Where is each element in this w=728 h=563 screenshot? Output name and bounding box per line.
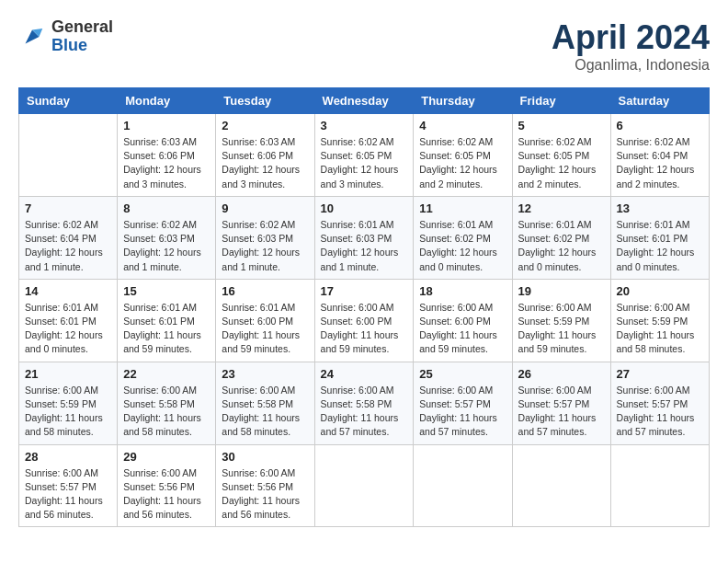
day-info: Sunrise: 6:00 AMSunset: 5:57 PMDaylight:… (617, 384, 703, 440)
calendar-cell: 1Sunrise: 6:03 AMSunset: 6:06 PMDaylight… (118, 114, 216, 197)
day-info: Sunrise: 6:00 AMSunset: 6:00 PMDaylight:… (321, 301, 408, 357)
day-number: 7 (25, 201, 111, 215)
calendar-cell: 28Sunrise: 6:00 AMSunset: 5:57 PMDayligh… (19, 444, 118, 527)
week-row-3: 21Sunrise: 6:00 AMSunset: 5:59 PMDayligh… (19, 362, 710, 444)
header-monday: Monday (118, 88, 216, 114)
day-info: Sunrise: 6:01 AMSunset: 6:00 PMDaylight:… (222, 301, 308, 357)
day-number: 28 (25, 450, 111, 464)
logo-text: General Blue (51, 18, 113, 55)
calendar-cell: 9Sunrise: 6:02 AMSunset: 6:03 PMDaylight… (216, 196, 314, 279)
calendar-cell: 13Sunrise: 6:01 AMSunset: 6:01 PMDayligh… (610, 196, 709, 279)
day-number: 12 (518, 201, 605, 215)
day-number: 5 (518, 119, 605, 132)
calendar-cell: 30Sunrise: 6:00 AMSunset: 5:56 PMDayligh… (216, 444, 314, 527)
day-info: Sunrise: 6:00 AMSunset: 5:58 PMDaylight:… (321, 384, 408, 440)
logo-blue-text: Blue (51, 37, 113, 55)
day-number: 16 (222, 284, 308, 298)
day-number: 25 (419, 367, 506, 381)
day-number: 11 (419, 201, 506, 215)
header-row: SundayMondayTuesdayWednesdayThursdayFrid… (19, 88, 710, 114)
day-number: 20 (617, 284, 703, 298)
calendar-cell: 14Sunrise: 6:01 AMSunset: 6:01 PMDayligh… (19, 279, 118, 362)
day-number: 22 (123, 367, 210, 381)
title-block: April 2024 Oganlima, Indonesia (552, 18, 710, 74)
day-info: Sunrise: 6:00 AMSunset: 5:57 PMDaylight:… (518, 384, 605, 440)
logo-bird-icon (18, 23, 46, 51)
calendar-cell: 22Sunrise: 6:00 AMSunset: 5:58 PMDayligh… (118, 362, 216, 444)
day-number: 29 (123, 450, 210, 464)
day-number: 9 (222, 201, 308, 215)
logo-general-text: General (51, 18, 113, 37)
calendar-cell (512, 444, 610, 527)
calendar-cell: 10Sunrise: 6:01 AMSunset: 6:03 PMDayligh… (314, 196, 414, 279)
day-number: 1 (123, 119, 210, 132)
day-number: 10 (321, 201, 408, 215)
day-info: Sunrise: 6:03 AMSunset: 6:06 PMDaylight:… (222, 135, 308, 191)
calendar-cell (414, 444, 512, 527)
week-row-2: 14Sunrise: 6:01 AMSunset: 6:01 PMDayligh… (19, 279, 710, 362)
day-number: 19 (518, 284, 605, 298)
day-number: 24 (321, 367, 408, 381)
calendar-cell: 29Sunrise: 6:00 AMSunset: 5:56 PMDayligh… (118, 444, 216, 527)
calendar-cell: 5Sunrise: 6:02 AMSunset: 6:05 PMDaylight… (512, 114, 610, 197)
day-number: 27 (617, 367, 703, 381)
header-tuesday: Tuesday (216, 88, 314, 114)
day-number: 6 (617, 119, 703, 132)
header-saturday: Saturday (610, 88, 709, 114)
day-number: 2 (222, 119, 308, 132)
day-info: Sunrise: 6:00 AMSunset: 5:59 PMDaylight:… (518, 301, 605, 357)
day-number: 18 (419, 284, 506, 298)
day-number: 8 (123, 201, 210, 215)
day-info: Sunrise: 6:00 AMSunset: 5:58 PMDaylight:… (222, 384, 308, 440)
day-number: 4 (419, 119, 506, 132)
calendar-cell (610, 444, 709, 527)
calendar-body: 1Sunrise: 6:03 AMSunset: 6:06 PMDaylight… (19, 114, 710, 527)
calendar-cell: 17Sunrise: 6:00 AMSunset: 6:00 PMDayligh… (314, 279, 414, 362)
day-info: Sunrise: 6:00 AMSunset: 5:59 PMDaylight:… (617, 301, 703, 357)
day-info: Sunrise: 6:02 AMSunset: 6:03 PMDaylight:… (123, 218, 210, 274)
day-info: Sunrise: 6:01 AMSunset: 6:01 PMDaylight:… (123, 301, 210, 357)
calendar-cell: 26Sunrise: 6:00 AMSunset: 5:57 PMDayligh… (512, 362, 610, 444)
day-info: Sunrise: 6:01 AMSunset: 6:01 PMDaylight:… (25, 301, 111, 357)
week-row-4: 28Sunrise: 6:00 AMSunset: 5:57 PMDayligh… (19, 444, 710, 527)
day-info: Sunrise: 6:00 AMSunset: 5:57 PMDaylight:… (25, 466, 111, 523)
day-info: Sunrise: 6:02 AMSunset: 6:05 PMDaylight:… (321, 135, 408, 191)
day-info: Sunrise: 6:00 AMSunset: 5:58 PMDaylight:… (123, 384, 210, 440)
day-number: 14 (25, 284, 111, 298)
calendar-cell: 11Sunrise: 6:01 AMSunset: 6:02 PMDayligh… (414, 196, 512, 279)
day-info: Sunrise: 6:01 AMSunset: 6:02 PMDaylight:… (419, 218, 506, 274)
day-info: Sunrise: 6:02 AMSunset: 6:04 PMDaylight:… (617, 135, 703, 191)
location-text: Oganlima, Indonesia (552, 57, 710, 74)
day-number: 3 (321, 119, 408, 132)
calendar-cell: 16Sunrise: 6:01 AMSunset: 6:00 PMDayligh… (216, 279, 314, 362)
logo: General Blue (18, 18, 113, 55)
day-info: Sunrise: 6:02 AMSunset: 6:05 PMDaylight:… (419, 135, 506, 191)
day-info: Sunrise: 6:01 AMSunset: 6:02 PMDaylight:… (518, 218, 605, 274)
day-number: 17 (321, 284, 408, 298)
calendar-cell: 21Sunrise: 6:00 AMSunset: 5:59 PMDayligh… (19, 362, 118, 444)
day-number: 30 (222, 450, 308, 464)
calendar-cell: 6Sunrise: 6:02 AMSunset: 6:04 PMDaylight… (610, 114, 709, 197)
calendar-cell: 23Sunrise: 6:00 AMSunset: 5:58 PMDayligh… (216, 362, 314, 444)
day-info: Sunrise: 6:02 AMSunset: 6:05 PMDaylight:… (518, 135, 605, 191)
week-row-1: 7Sunrise: 6:02 AMSunset: 6:04 PMDaylight… (19, 196, 710, 279)
calendar-cell: 25Sunrise: 6:00 AMSunset: 5:57 PMDayligh… (414, 362, 512, 444)
day-number: 21 (25, 367, 111, 381)
day-info: Sunrise: 6:01 AMSunset: 6:01 PMDaylight:… (617, 218, 703, 274)
header-friday: Friday (512, 88, 610, 114)
day-number: 15 (123, 284, 210, 298)
calendar-cell: 4Sunrise: 6:02 AMSunset: 6:05 PMDaylight… (414, 114, 512, 197)
calendar-cell: 8Sunrise: 6:02 AMSunset: 6:03 PMDaylight… (118, 196, 216, 279)
day-info: Sunrise: 6:00 AMSunset: 5:56 PMDaylight:… (123, 466, 210, 523)
calendar-cell: 3Sunrise: 6:02 AMSunset: 6:05 PMDaylight… (314, 114, 414, 197)
calendar-table: SundayMondayTuesdayWednesdayThursdayFrid… (18, 87, 710, 527)
calendar-cell: 15Sunrise: 6:01 AMSunset: 6:01 PMDayligh… (118, 279, 216, 362)
day-number: 26 (518, 367, 605, 381)
calendar-cell: 20Sunrise: 6:00 AMSunset: 5:59 PMDayligh… (610, 279, 709, 362)
day-info: Sunrise: 6:00 AMSunset: 6:00 PMDaylight:… (419, 301, 506, 357)
day-info: Sunrise: 6:02 AMSunset: 6:04 PMDaylight:… (25, 218, 111, 274)
header-sunday: Sunday (19, 88, 118, 114)
calendar-cell: 12Sunrise: 6:01 AMSunset: 6:02 PMDayligh… (512, 196, 610, 279)
day-info: Sunrise: 6:00 AMSunset: 5:59 PMDaylight:… (25, 384, 111, 440)
calendar-cell: 18Sunrise: 6:00 AMSunset: 6:00 PMDayligh… (414, 279, 512, 362)
